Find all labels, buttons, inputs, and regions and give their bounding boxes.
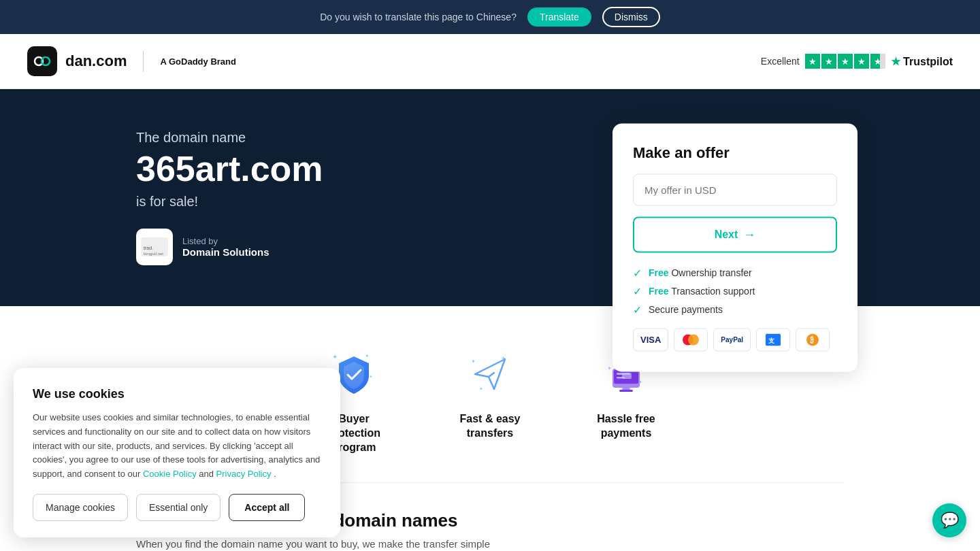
alipay-icon: 支 (756, 328, 790, 351)
cookie-banner: We use cookies Our website uses cookies … (14, 368, 340, 537)
header: dan.com A GoDaddy Brand Excellent ★ ★ ★ … (0, 34, 980, 89)
chat-icon: 💬 (941, 512, 959, 529)
trustpilot-label: Excellent (761, 56, 800, 67)
and-text: and (199, 469, 216, 479)
svg-text:✦: ✦ (369, 374, 373, 379)
feature-secure: ✓ Secure payments (633, 303, 837, 316)
transaction-label: Transaction support (671, 286, 755, 297)
translate-message: Do you wish to translate this page to Ch… (320, 12, 517, 22)
feature-ownership: ✓ Free Ownership transfer (633, 266, 837, 279)
trustpilot-area: Excellent ★ ★ ★ ★ ★ ★ Trustpilot (761, 54, 953, 69)
transfer-icon: ✦ ✦ ✦ (466, 350, 514, 399)
feature-transaction: ✓ Free Transaction support (633, 284, 837, 297)
feature-ownership-text: Free Ownership transfer (649, 267, 752, 278)
svg-rect-23 (619, 390, 633, 392)
manage-cookies-button[interactable]: Manage cookies (33, 494, 128, 521)
translate-button[interactable]: Translate (527, 7, 591, 27)
star-2: ★ (821, 54, 836, 69)
bitcoin-icon: ₿ (796, 328, 830, 351)
accept-all-button[interactable]: Accept all (229, 494, 305, 521)
svg-text:✦: ✦ (638, 380, 642, 384)
period: . (274, 469, 276, 479)
svg-text:₿: ₿ (810, 335, 814, 344)
secure-label: Secure payments (649, 304, 723, 315)
trustpilot-brand: ★ Trustpilot (891, 55, 953, 68)
ownership-label: Ownership transfer (671, 267, 751, 278)
hero-section: The domain name 365art.com is for sale! … (0, 89, 980, 306)
payment-icons: VISA PayPal 支 ₿ (633, 328, 837, 351)
next-button-label: Next (715, 229, 738, 241)
feature-fast-transfer: ✦ ✦ ✦ Fast & easy transfers (449, 347, 531, 454)
logo-text: dan.com (65, 52, 127, 70)
svg-text:kingpal.net: kingpal.net (144, 252, 163, 256)
visa-icon: VISA (633, 328, 668, 351)
mastercard-icon (674, 328, 708, 351)
check-icon-1: ✓ (633, 266, 642, 279)
svg-text:✦: ✦ (607, 365, 612, 371)
feature-transaction-text: Free Transaction support (649, 286, 755, 297)
svg-point-6 (688, 334, 699, 345)
svg-text:✦: ✦ (501, 355, 506, 362)
dismiss-button[interactable]: Dismiss (602, 7, 660, 27)
svg-text:✦: ✦ (332, 353, 338, 361)
offer-title: Make an offer (633, 144, 837, 161)
cookie-text: Our website uses cookies and similar tec… (33, 411, 321, 482)
svg-text:✦: ✦ (479, 386, 483, 391)
offer-features: ✓ Free Ownership transfer ✓ Free Transac… (633, 266, 837, 316)
listed-by-text-area: Listed by Domain Solutions (182, 236, 270, 258)
svg-text:支: 支 (768, 337, 775, 344)
paypal-icon: PayPal (713, 328, 751, 351)
free-label-1: Free (649, 267, 669, 278)
star-1: ★ (805, 54, 820, 69)
offer-card: Make an offer Next → ✓ Free Ownership tr… (612, 123, 858, 371)
transfer-icon-area: ✦ ✦ ✦ (463, 347, 517, 401)
svg-text:✦: ✦ (365, 353, 370, 359)
translate-bar: Do you wish to translate this page to Ch… (0, 0, 980, 34)
star-5: ★ (870, 54, 885, 69)
logo-area: dan.com A GoDaddy Brand (27, 46, 236, 76)
fast-transfer-title: Fast & easy transfers (449, 412, 531, 441)
check-icon-3: ✓ (633, 303, 642, 316)
how-subtitle: When you find the domain name you want t… (136, 538, 844, 550)
godaddy-brand: A GoDaddy Brand (160, 56, 235, 67)
listed-by-name: Domain Solutions (182, 246, 270, 258)
listed-by-label: Listed by (182, 236, 270, 246)
godaddy-text: A GoDaddy Brand (160, 56, 235, 67)
listed-by-image: trad. kingpal.net (136, 229, 173, 265)
logo-icon (27, 46, 57, 76)
cookie-buttons: Manage cookies Essential only Accept all (33, 494, 321, 521)
essential-only-button[interactable]: Essential only (136, 494, 220, 521)
chat-button[interactable]: 💬 (932, 503, 966, 537)
trustpilot-stars: ★ ★ ★ ★ ★ (805, 54, 885, 69)
star-3: ★ (838, 54, 853, 69)
svg-text:✦: ✦ (471, 358, 476, 365)
offer-input[interactable] (633, 173, 837, 205)
arrow-right-icon: → (743, 227, 755, 241)
star-4: ★ (854, 54, 869, 69)
logo-divider (143, 51, 144, 71)
next-button[interactable]: Next → (633, 216, 837, 252)
payments-title: Hassle free payments (585, 412, 667, 441)
cookie-policy-link[interactable]: Cookie Policy (143, 469, 197, 479)
svg-text:trad.: trad. (144, 246, 153, 250)
free-label-2: Free (649, 286, 669, 297)
svg-rect-21 (622, 373, 632, 379)
cookie-title: We use cookies (33, 387, 321, 401)
check-icon-2: ✓ (633, 284, 642, 297)
privacy-policy-link[interactable]: Privacy Policy (216, 469, 272, 479)
